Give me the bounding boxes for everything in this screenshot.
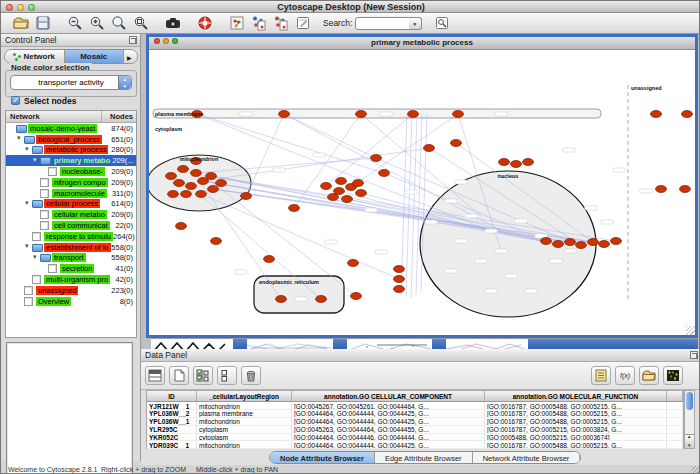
network-edge[interactable] <box>246 114 284 196</box>
tree-row[interactable]: mosaic-demo-yeast874(0) <box>6 123 136 134</box>
float-panel-icon[interactable] <box>129 36 137 44</box>
network-node[interactable] <box>328 194 339 201</box>
network-view-frame[interactable]: primary metabolic process plasma membran… <box>146 34 698 338</box>
scrollbar-arrows-icon[interactable] <box>685 434 694 448</box>
column-header[interactable]: _cellularLayoutRegion <box>197 391 292 401</box>
column-header[interactable]: annotation.GO CELLULAR_COMPONENT <box>292 391 485 401</box>
camera-icon[interactable] <box>164 14 184 32</box>
network-node[interactable] <box>394 266 405 273</box>
network-node[interactable] <box>511 161 522 168</box>
network-node[interactable] <box>166 173 177 180</box>
tree-row[interactable]: multi-organism pro42(0) <box>6 274 136 285</box>
open-folder-icon[interactable] <box>12 14 32 32</box>
network-node[interactable] <box>276 296 287 303</box>
tree-row[interactable]: secretion41(0) <box>6 263 136 274</box>
background-window[interactable] <box>446 338 528 349</box>
tree-row[interactable]: unassigned223(0) <box>6 285 136 296</box>
network-node[interactable] <box>451 140 462 147</box>
matrix-icon[interactable] <box>663 366 683 385</box>
attribute-table-header[interactable]: ID_cellularLayoutRegionannotation.GO CEL… <box>147 391 683 402</box>
network-node[interactable] <box>651 111 662 118</box>
annotation-page-icon[interactable] <box>294 14 314 32</box>
network-node[interactable] <box>174 180 185 187</box>
network-node[interactable] <box>316 296 327 303</box>
node-color-dropdown[interactable]: transporter activity <box>10 75 132 90</box>
network-node[interactable] <box>351 293 362 300</box>
tab-node-attribute-browser[interactable]: Node Attribute Browser <box>270 452 375 463</box>
table-row[interactable]: YDR039C__1mitochondrion[GO:0044464, GO:0… <box>147 441 683 449</box>
zoom-fit-icon[interactable] <box>110 14 130 32</box>
search-options-icon[interactable] <box>433 14 453 32</box>
background-window[interactable] <box>233 338 247 349</box>
tab-overflow-arrow-icon[interactable] <box>124 50 137 63</box>
network-node[interactable] <box>394 276 405 283</box>
network-edge[interactable] <box>416 114 422 295</box>
network-node[interactable] <box>356 111 367 118</box>
birds-eye-view[interactable] <box>6 342 133 474</box>
network-node[interactable] <box>353 180 364 187</box>
function-icon[interactable]: f(x) <box>615 366 635 385</box>
network-node[interactable] <box>181 191 192 198</box>
network-node[interactable] <box>371 155 382 162</box>
tab-network[interactable]: Network <box>5 50 65 63</box>
search-input[interactable] <box>355 17 411 30</box>
network-canvas[interactable]: plasma membranecytoplasmmitochondrionnuc… <box>149 50 695 335</box>
network-node[interactable] <box>599 241 610 248</box>
window-resize-grip[interactable] <box>691 466 700 474</box>
network-graph[interactable]: plasma membranecytoplasmmitochondrionnuc… <box>149 50 695 335</box>
network-node[interactable] <box>196 191 207 198</box>
network-node[interactable] <box>186 183 197 190</box>
background-window[interactable] <box>333 338 347 349</box>
network-node[interactable] <box>680 186 691 193</box>
background-window[interactable] <box>151 338 233 349</box>
tab-mosaic[interactable]: Mosaic <box>65 50 125 63</box>
network-node[interactable] <box>211 238 222 245</box>
table-row[interactable]: YJR121W__1mitochondrion[GO:0045267, GO:0… <box>147 402 683 410</box>
network-node[interactable] <box>656 186 667 193</box>
zoom-out-icon[interactable] <box>66 14 86 32</box>
network-node[interactable] <box>553 241 564 248</box>
network-node[interactable] <box>541 238 552 245</box>
tree-row[interactable]: cellular process614(0) <box>6 199 136 210</box>
attribute-table[interactable]: ID_cellularLayoutRegionannotation.GO CEL… <box>146 390 684 449</box>
attribute-table-icon[interactable] <box>145 366 165 385</box>
tree-row[interactable]: metabolic process280(0) <box>6 145 136 156</box>
import-attributes-icon[interactable] <box>639 366 659 385</box>
network-node[interactable] <box>565 239 576 246</box>
network-node[interactable] <box>206 173 217 180</box>
network-node[interactable] <box>576 242 587 249</box>
column-header[interactable]: annotation.GO MOLECULAR_FUNCTION <box>485 391 667 401</box>
help-lifering-icon[interactable] <box>196 14 216 32</box>
network-node[interactable] <box>336 178 347 185</box>
zoom-in-icon[interactable] <box>88 14 108 32</box>
frame-titlebar[interactable]: primary metabolic process <box>149 37 695 50</box>
column-header[interactable]: ID <box>147 391 197 401</box>
frame-resize-grip[interactable] <box>686 326 695 335</box>
select-nodes-checkbox[interactable]: ✓ <box>11 96 20 105</box>
network-edge[interactable] <box>351 114 458 187</box>
scrollbar-thumb[interactable] <box>686 392 693 410</box>
tree-row[interactable]: nucleobase-209(0) <box>6 166 136 177</box>
notes-icon[interactable] <box>591 366 611 385</box>
table-row[interactable]: YLR295Ccytoplasm[GO:0045263, GO:0044464,… <box>147 426 683 434</box>
network-node[interactable] <box>342 196 353 203</box>
table-row[interactable]: YPL036W__1mitochondrion[GO:0044464, GO:0… <box>147 418 683 426</box>
network-node[interactable] <box>611 238 622 245</box>
window-titlebar[interactable]: Cytoscape Desktop (New Session) <box>1 1 700 13</box>
attribute-batch-red-icon[interactable] <box>272 14 292 32</box>
background-window[interactable] <box>247 338 333 349</box>
tab-edge-attribute-browser[interactable]: Edge Attribute Browser <box>375 452 473 463</box>
background-window[interactable] <box>347 338 432 349</box>
network-node[interactable] <box>379 170 390 177</box>
network-node[interactable] <box>168 191 179 198</box>
zoom-region-icon[interactable] <box>132 14 152 32</box>
background-window[interactable] <box>528 338 698 349</box>
tree-row[interactable]: nitrogen compo209(0) <box>6 177 136 188</box>
tree-row[interactable]: cellular metabo209(0) <box>6 209 136 220</box>
network-node[interactable] <box>208 186 219 193</box>
tree-row[interactable]: Overview8(0) <box>6 296 136 307</box>
network-node[interactable] <box>523 159 534 166</box>
table-vertical-scrollbar[interactable] <box>684 390 695 449</box>
unselect-attributes-icon[interactable] <box>217 366 237 385</box>
tree-row[interactable]: cell communicat22(0) <box>6 220 136 231</box>
